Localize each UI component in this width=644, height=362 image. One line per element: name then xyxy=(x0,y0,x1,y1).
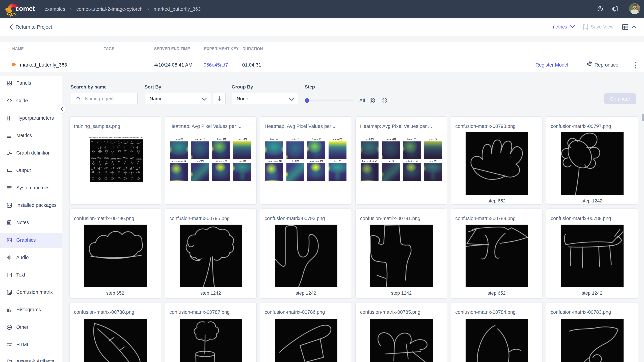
svg-text:Py: Py xyxy=(8,204,11,207)
svg-text:HTML: HTML xyxy=(7,345,12,347)
svg-text:Tr: Tr xyxy=(8,274,11,277)
